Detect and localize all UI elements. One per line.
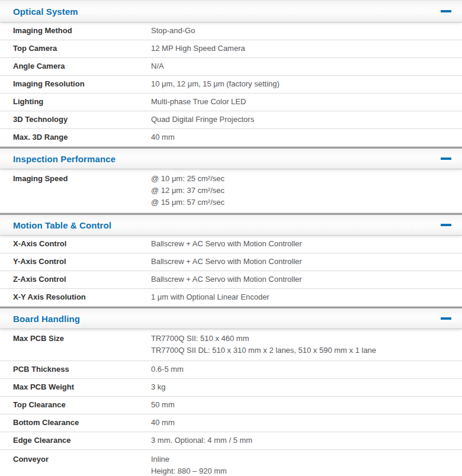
spec-row-y-axis-control: Y-Axis Control Ballscrew + AC Servo with… (0, 253, 462, 271)
row-label: Y-Axis Control (0, 256, 151, 268)
collapse-minus-icon[interactable] (441, 157, 451, 160)
spec-row-edge-clearance: Edge Clearance 3 mm. Optional: 4 mm / 5 … (0, 432, 462, 450)
row-value: 40 mm (151, 131, 462, 143)
row-label: Lighting (0, 96, 151, 108)
row-value: Stop-and-Go (151, 25, 462, 37)
spec-row-imaging-method: Imaging Method Stop-and-Go (0, 22, 462, 40)
spec-row-conveyor: Conveyor Inline Height: 880 – 920 mm (0, 450, 462, 476)
spec-row-top-camera: Top Camera 12 MP High Speed Camera (0, 40, 462, 58)
row-value: 50 mm (151, 399, 462, 411)
value-line: @ 15 μm: 57 cm²/sec (151, 197, 450, 208)
row-label: Max. 3D Range (0, 131, 151, 143)
row-label: Top Camera (0, 43, 151, 54)
spec-row-x-axis-control: X-Axis Control Ballscrew + AC Servo with… (0, 236, 462, 253)
row-value: Inline Height: 880 – 920 mm (151, 454, 462, 476)
row-value: 12 MP High Speed Camera (151, 43, 462, 54)
value-line: Inline (151, 454, 450, 465)
row-value: @ 10 μm: 25 cm²/sec @ 12 μm: 37 cm²/sec … (151, 173, 462, 208)
section-header-board-handling[interactable]: Board Handling (0, 307, 462, 329)
section-header-inspection-performance[interactable]: Inspection Performance (0, 147, 462, 169)
row-label: PCB Thickness (0, 364, 151, 375)
collapse-minus-icon[interactable] (441, 317, 451, 320)
row-value: 3 mm. Optional: 4 mm / 5 mm (151, 435, 462, 446)
value-line: TR7700Q SII: 510 x 460 mm (151, 333, 450, 345)
row-label: Top Clearance (0, 399, 151, 411)
spec-row-max-3d-range: Max. 3D Range 40 mm (0, 129, 462, 147)
row-value: 3 kg (151, 381, 462, 393)
collapse-minus-icon[interactable] (441, 224, 451, 226)
spec-row-max-pcb-size: Max PCB Size TR7700Q SII: 510 x 460 mm T… (0, 329, 462, 361)
section-title: Optical System (13, 7, 78, 17)
section-header-motion-table-control[interactable]: Motion Table & Control (0, 213, 462, 236)
spec-row-imaging-speed: Imaging Speed @ 10 μm: 25 cm²/sec @ 12 μ… (0, 169, 462, 213)
row-value: N/A (151, 60, 462, 72)
spec-row-top-clearance: Top Clearance 50 mm (0, 397, 462, 414)
row-label: Max PCB Size (0, 333, 151, 345)
row-label: X-Y Axis Resolution (0, 291, 151, 303)
row-value: Ballscrew + AC Servo with Motion Control… (151, 274, 462, 285)
spec-row-max-pcb-weight: Max PCB Weight 3 kg (0, 379, 462, 397)
row-value: TR7700Q SII: 510 x 460 mm TR7700Q SII DL… (151, 333, 462, 356)
spec-row-xy-axis-resolution: X-Y Axis Resolution 1 μm with Optional L… (0, 289, 462, 307)
spec-row-lighting: Lighting Multi-phase True Color LED (0, 94, 462, 111)
row-label: Z-Axis Control (0, 274, 151, 285)
row-value: Quad Digital Fringe Projectors (151, 114, 462, 126)
row-value: 10 μm, 12 μm, 15 μm (factory setting) (151, 78, 462, 90)
row-value: Multi-phase True Color LED (151, 96, 462, 108)
row-label: X-Axis Control (0, 238, 151, 250)
specification-table: Optical System Imaging Method Stop-and-G… (0, 0, 462, 476)
spec-row-z-axis-control: Z-Axis Control Ballscrew + AC Servo with… (0, 271, 462, 289)
row-label: Imaging Speed (0, 173, 151, 185)
row-value: 40 mm (151, 417, 462, 429)
row-label: Conveyor (0, 454, 151, 465)
row-label: Max PCB Weight (0, 381, 151, 393)
spec-row-pcb-thickness: PCB Thickness 0.6-5 mm (0, 361, 462, 379)
value-line: Height: 880 – 920 mm (151, 465, 450, 476)
section-title: Inspection Performance (13, 154, 116, 164)
row-label: Imaging Method (0, 25, 151, 37)
row-label: Bottom Clearance (0, 417, 151, 429)
section-header-optical-system[interactable]: Optical System (0, 0, 462, 22)
row-value: 0.6-5 mm (151, 364, 462, 375)
value-line: @ 10 μm: 25 cm²/sec (151, 173, 450, 185)
row-value: Ballscrew + AC Servo with Motion Control… (151, 238, 462, 250)
row-label: Imaging Resolution (0, 78, 151, 90)
value-line: @ 12 μm: 37 cm²/sec (151, 185, 450, 197)
row-value: Ballscrew + AC Servo with Motion Control… (151, 256, 462, 268)
row-label: 3D Technology (0, 114, 151, 126)
collapse-minus-icon[interactable] (441, 10, 451, 12)
row-label: Edge Clearance (0, 435, 151, 446)
spec-row-angle-camera: Angle Camera N/A (0, 58, 462, 76)
spec-row-imaging-resolution: Imaging Resolution 10 μm, 12 μm, 15 μm (… (0, 76, 462, 94)
value-line: TR7700Q SII DL: 510 x 310 mm x 2 lanes, … (151, 345, 450, 356)
row-label: Angle Camera (0, 60, 151, 72)
row-value: 1 μm with Optional Linear Encoder (151, 291, 462, 303)
section-title: Board Handling (13, 314, 80, 324)
spec-row-bottom-clearance: Bottom Clearance 40 mm (0, 414, 462, 432)
spec-row-3d-technology: 3D Technology Quad Digital Fringe Projec… (0, 111, 462, 129)
section-title: Motion Table & Control (13, 220, 111, 230)
